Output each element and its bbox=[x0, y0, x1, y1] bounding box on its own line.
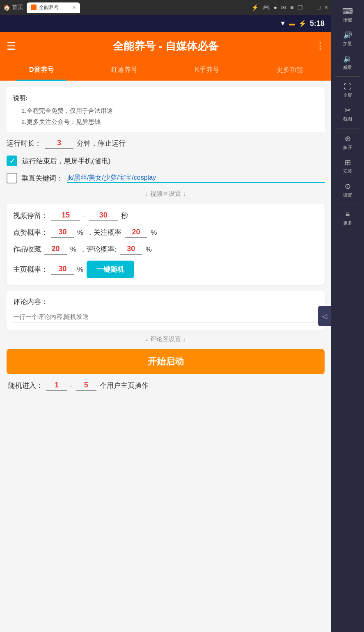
tab-k-hand[interactable]: K手养号 bbox=[166, 60, 249, 80]
minimize-icon[interactable]: — bbox=[307, 4, 313, 11]
game-icon[interactable]: 🎮 bbox=[263, 4, 270, 11]
video-stay-min-input[interactable] bbox=[51, 210, 80, 221]
keyword-label: 垂直关键词： bbox=[21, 174, 63, 183]
sidebar-collapse-arrow[interactable]: ◁ bbox=[318, 306, 331, 326]
browser-controls: ⚡ 🎮 ● ✉ ≡ ❐ — □ × bbox=[252, 4, 328, 11]
fullscreen-icon: ⛶ bbox=[344, 82, 351, 91]
sidebar-volume-up-btn[interactable]: 🔊 加量 bbox=[333, 27, 362, 50]
bottom-row: 随机进入： - 个用户主页操作 bbox=[7, 380, 325, 391]
desc-line1: 1.全程完全免费，仅用于合法用途 bbox=[13, 105, 318, 116]
multi-open-label: 多开 bbox=[343, 144, 352, 151]
more-icon: ≡ bbox=[346, 210, 350, 219]
right-sidebar: ⌨ 按键 🔊 加量 🔉 减量 ⛶ 全屏 ✂ 截图 ⊕ 多开 ⊞ 安装 bbox=[331, 0, 364, 632]
start-button[interactable]: 开始启动 bbox=[7, 349, 325, 374]
collect-label: 作品收藏 bbox=[13, 245, 41, 254]
sidebar-multi-open-btn[interactable]: ⊕ 多开 bbox=[333, 131, 362, 154]
video-stay-unit: 秒 bbox=[121, 211, 128, 220]
volume-up-label: 加量 bbox=[343, 41, 352, 47]
comment-content-label: 评论内容： bbox=[13, 297, 318, 307]
tab-more[interactable]: 更多功能 bbox=[248, 60, 331, 80]
sidebar-volume-down-btn[interactable]: 🔉 减量 bbox=[333, 51, 362, 74]
maximize-icon[interactable]: □ bbox=[317, 4, 320, 11]
run-duration-row: 运行时长： 分钟，停止运行 bbox=[7, 138, 325, 149]
random-enter-max-input[interactable] bbox=[76, 380, 96, 391]
random-enter-min-input[interactable] bbox=[46, 380, 67, 391]
browser-home[interactable]: 🏠 首页 bbox=[3, 4, 23, 11]
install-icon: ⊞ bbox=[345, 158, 351, 167]
like-rate-input[interactable] bbox=[51, 227, 74, 238]
hamburger-icon[interactable]: ☰ bbox=[7, 40, 16, 53]
keyboard-label: 按键 bbox=[343, 17, 352, 23]
volume-up-icon: 🔊 bbox=[343, 30, 352, 39]
video-stay-row: 视频停留： - 秒 bbox=[13, 210, 318, 221]
mail-icon[interactable]: ✉ bbox=[281, 4, 286, 11]
keyboard-icon: ⌨ bbox=[342, 7, 353, 16]
checkmark-icon: ✓ bbox=[9, 157, 15, 165]
like-rate-row: 点赞概率： % ，关注概率 % bbox=[13, 227, 318, 238]
sidebar-separator-1 bbox=[335, 76, 360, 77]
screenshot-label: 截图 bbox=[343, 116, 352, 122]
signal-icon: ▬ bbox=[289, 20, 295, 27]
nav-tabs: D音养号 红薯养号 K手养号 更多功能 bbox=[0, 60, 331, 81]
flash-icon[interactable]: ⚡ bbox=[252, 4, 259, 11]
video-section-divider: ↓ 视频区设置 ↓ bbox=[7, 190, 325, 198]
video-stay-max-input[interactable] bbox=[89, 210, 118, 221]
comment-rate-unit: % bbox=[146, 245, 152, 254]
comment-section: 评论内容： bbox=[7, 291, 325, 330]
sidebar-more-btn[interactable]: ≡ 更多 bbox=[333, 207, 362, 229]
comment-section-divider: ↓ 评论区设置 ↓ bbox=[7, 335, 325, 343]
more-options-icon[interactable]: ⋮ bbox=[316, 41, 325, 51]
sidebar-separator-3 bbox=[335, 204, 360, 204]
run-duration-input[interactable] bbox=[45, 138, 73, 149]
screen-off-row: ✓ 运行结束后，息屏手机(省电) bbox=[7, 156, 325, 166]
battery-icon: ⚡ bbox=[298, 20, 307, 27]
random-enter-label: 随机进入： bbox=[8, 381, 43, 390]
tab-d-music[interactable]: D音养号 bbox=[0, 60, 83, 80]
desc-line2: 2.更多关注公众号：见异思钱 bbox=[13, 116, 318, 127]
screen-off-checkbox[interactable]: ✓ bbox=[7, 156, 17, 166]
settings-card: 视频停留： - 秒 点赞概率： % ，关注概率 % bbox=[7, 204, 325, 285]
comment-rate-input[interactable] bbox=[120, 244, 142, 255]
keyword-row: 垂直关键词： bbox=[7, 173, 325, 183]
sidebar-keyboard-btn[interactable]: ⌨ 按键 bbox=[333, 3, 362, 26]
wifi-icon: ▼ bbox=[279, 20, 286, 27]
home-rate-input[interactable] bbox=[51, 264, 74, 275]
collect-rate-input[interactable] bbox=[44, 244, 67, 255]
sidebar-separator-2 bbox=[335, 128, 360, 128]
collect-rate-row: 作品收藏 % ，评论概率: % bbox=[13, 244, 318, 255]
follow-unit: % bbox=[151, 229, 157, 237]
tab-close-button[interactable]: × bbox=[73, 4, 76, 11]
home-rate-unit: % bbox=[77, 266, 83, 274]
screenshot-icon: ✂ bbox=[345, 106, 351, 115]
follow-label: ，关注概率 bbox=[87, 228, 121, 237]
tab-red-note[interactable]: 红薯养号 bbox=[83, 60, 166, 80]
sidebar-screenshot-btn[interactable]: ✂ 截图 bbox=[333, 103, 362, 126]
like-rate-unit: % bbox=[77, 229, 83, 237]
sidebar-install-btn[interactable]: ⊞ 安装 bbox=[333, 155, 362, 178]
header-title: 全能养号 - 自媒体必备 bbox=[23, 39, 309, 53]
keyword-input[interactable] bbox=[67, 173, 325, 183]
restore-icon[interactable]: ❐ bbox=[298, 4, 303, 11]
random-button[interactable]: 一键随机 bbox=[87, 261, 134, 278]
volume-down-icon: 🔉 bbox=[343, 54, 352, 63]
status-bar: ▼ ▬ ⚡ 5:18 bbox=[0, 15, 331, 32]
browser-tab[interactable]: 全能养号 × bbox=[27, 2, 80, 13]
sidebar-fullscreen-btn[interactable]: ⛶ 全屏 bbox=[333, 79, 362, 102]
home-rate-row: 主页概率： % 一键随机 bbox=[13, 261, 318, 278]
run-duration-label: 运行时长： bbox=[7, 139, 41, 148]
tab-title: 全能养号 bbox=[39, 4, 59, 11]
settings-label: 设置 bbox=[343, 192, 352, 198]
app-header: ☰ 全能养号 - 自媒体必备 ⋮ bbox=[0, 32, 331, 60]
comment-content-input[interactable] bbox=[13, 311, 318, 323]
sidebar-settings-btn[interactable]: ⊙ 设置 bbox=[333, 179, 362, 202]
fullscreen-label: 全屏 bbox=[343, 92, 352, 98]
window-close-icon[interactable]: × bbox=[325, 4, 328, 11]
browser-bar: 🏠 首页 全能养号 × ⚡ 🎮 ● ✉ ≡ ❐ — □ × bbox=[0, 0, 331, 15]
menu-icon[interactable]: ≡ bbox=[290, 4, 293, 11]
dot-icon[interactable]: ● bbox=[274, 4, 277, 11]
left-content: 🏠 首页 全能养号 × ⚡ 🎮 ● ✉ ≡ ❐ — □ × bbox=[0, 0, 331, 632]
keyword-checkbox[interactable] bbox=[7, 173, 17, 183]
follow-rate-input[interactable] bbox=[125, 227, 147, 238]
video-stay-label: 视频停留： bbox=[13, 211, 48, 220]
video-stay-dash: - bbox=[83, 212, 86, 220]
